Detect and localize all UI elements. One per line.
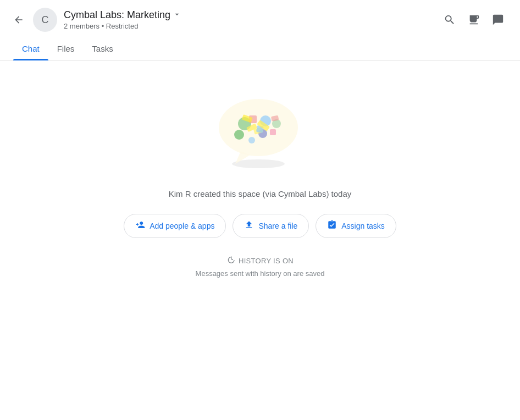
tab-files[interactable]: Files [48,37,84,60]
chevron-down-icon [173,10,181,20]
header-info: Cymbal Labs: Marketing 2 members • Restr… [64,9,439,30]
header-title[interactable]: Cymbal Labs: Marketing [64,9,439,21]
header-actions [439,9,509,31]
back-button[interactable] [9,10,29,30]
history-icon [226,256,235,266]
members-count: 2 members [64,22,99,30]
tab-tasks[interactable]: Tasks [83,37,121,60]
svg-rect-7 [270,129,276,135]
add-people-label: Add people & apps [150,222,214,230]
header-subtitle: 2 members • Restricted [64,22,439,30]
add-people-icon [135,220,145,232]
chat-button[interactable] [487,9,509,31]
svg-point-13 [248,137,255,143]
search-button[interactable] [439,9,461,31]
title-text: Cymbal Labs: Marketing [64,9,170,21]
tabs: Chat Files Tasks [0,37,520,60]
assign-tasks-icon [327,220,337,232]
assign-tasks-label: Assign tasks [341,222,385,230]
assign-tasks-button[interactable]: Assign tasks [316,214,396,238]
history-section: HISTORY IS ON Messages sent with history… [196,256,325,278]
svg-point-3 [234,130,244,140]
action-buttons: Add people & apps Share a file Assign ta… [124,214,396,238]
add-people-button[interactable]: Add people & apps [124,214,226,238]
status-badge: Restricted [106,22,139,30]
share-file-button[interactable]: Share a file [233,214,309,238]
header: C Cymbal Labs: Marketing 2 members • Res… [0,0,520,37]
chat-illustration [205,82,315,176]
share-file-label: Share a file [258,222,297,230]
separator: • [102,22,104,30]
history-label: HISTORY IS ON [226,256,294,266]
present-button[interactable] [463,9,485,31]
tab-chat[interactable]: Chat [13,37,48,60]
avatar: C [33,8,57,32]
share-file-icon [244,220,254,232]
main-content: Kim R created this space (via Cymbal Lab… [0,60,520,289]
history-sublabel: Messages sent with history on are saved [196,269,325,278]
creation-text: Kim R created this space (via Cymbal Lab… [169,189,352,198]
